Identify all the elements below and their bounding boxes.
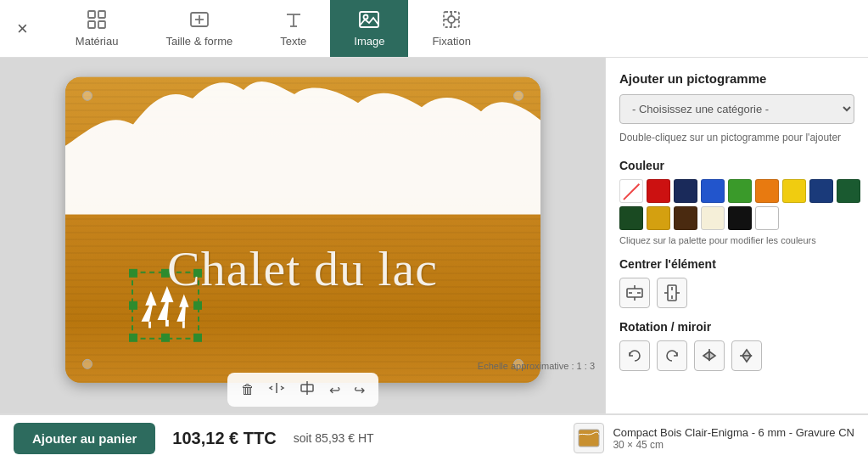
delete-button[interactable]: 🗑 [238,378,258,402]
color-swatch-green[interactable] [728,179,752,203]
rotate-right-button[interactable] [657,340,687,371]
color-swatch-cream[interactable] [701,206,725,230]
sign-shape: Chalet du lac [65,76,540,382]
svg-marker-41 [742,356,751,362]
tab-fixation[interactable]: Fixation [408,0,495,57]
color-swatch-darkgreen[interactable] [837,179,860,203]
nav-tabs: Matériau Taille & forme Texte Im [52,0,854,57]
svg-marker-40 [742,350,751,356]
sign-text: Chalet du lac [65,240,540,297]
svg-rect-2 [88,21,95,28]
tab-taille-label: Taille & forme [165,35,232,48]
handle-mr[interactable] [193,301,202,310]
color-swatch-navy[interactable] [674,179,697,203]
color-swatch-white[interactable] [755,206,779,230]
color-swatch-blue[interactable] [701,179,725,203]
color-swatch-orange[interactable] [755,179,779,203]
color-hint: Cliquez sur la palette pour modifier les… [619,235,854,245]
handle-bl[interactable] [129,334,137,342]
resize-icon [188,8,211,31]
tab-fixation-label: Fixation [432,35,471,48]
undo-button[interactable]: ↩ [326,378,344,402]
screw-bl [82,358,92,368]
pictogram-hint: Double-cliquez sur un pictogramme pour l… [619,131,854,145]
center-buttons [619,278,854,308]
close-button[interactable]: × [14,14,31,43]
svg-rect-0 [88,11,95,18]
fixation-icon [440,8,463,31]
element-toolbar: 🗑 ↩ ↪ [227,373,378,407]
handle-ml[interactable] [129,301,137,310]
product-info: Compact Bois Clair-Enigma - 6 mm - Gravu… [574,423,854,453]
tab-image[interactable]: Image [330,0,408,57]
color-grid [619,179,854,230]
main-area: Chalet du lac Echelle approximative : 1 … [0,58,868,413]
svg-point-11 [364,14,368,19]
svg-marker-38 [709,351,715,360]
canvas-area: Chalet du lac Echelle approximative : 1 … [0,58,605,413]
sign-wood: Chalet du lac [65,76,540,382]
center-title: Centrer l'élément [619,257,854,271]
center-v-button[interactable] [657,278,687,308]
grid-icon [85,8,109,31]
right-panel: Ajouter un pictogramme - Choisissez une … [605,58,868,413]
color-swatch-yellow[interactable] [782,179,806,203]
image-icon [357,8,381,31]
tab-image-label: Image [354,35,384,48]
flip-h-button[interactable] [265,378,288,402]
color-swatch-darkblue[interactable] [809,179,833,203]
product-icon [574,423,604,453]
svg-point-13 [448,16,455,23]
redo-button[interactable]: ↪ [350,378,368,402]
handle-bm[interactable] [161,334,170,342]
tab-texte[interactable]: Texte [256,0,330,57]
tab-materiau-label: Matériau [76,35,119,48]
tab-taille[interactable]: Taille & forme [142,0,256,57]
tab-materiau[interactable]: Matériau [52,0,143,57]
svg-rect-23 [182,322,185,329]
mirror-v-button[interactable] [731,340,762,371]
color-swatch-darkgreen2[interactable] [619,206,643,230]
svg-rect-1 [98,11,105,18]
svg-marker-37 [703,351,709,360]
svg-marker-22 [176,295,188,322]
tab-texte-label: Texte [280,35,306,48]
center-h-button[interactable] [619,278,650,308]
product-name: Compact Bois Clair-Enigma - 6 mm - Gravu… [613,426,854,439]
add-to-cart-button[interactable]: Ajouter au panier [14,423,155,454]
price-ttc: 103,12 € TTC [172,429,276,448]
svg-rect-10 [360,12,378,27]
svg-rect-21 [165,320,169,327]
mirror-h-button[interactable] [694,340,725,371]
category-select[interactable]: - Choisissez une catégorie - [619,94,854,124]
screw-tl [82,90,92,100]
product-size: 30 × 45 cm [613,439,854,451]
rotation-buttons [619,340,854,371]
color-swatch-black[interactable] [728,206,752,230]
rotation-title: Rotation / miroir [619,320,854,334]
product-details: Compact Bois Clair-Enigma - 6 mm - Gravu… [613,426,854,451]
sign-container: Chalet du lac [65,76,540,382]
svg-rect-19 [148,322,151,329]
scale-text: Echelle approximative : 1 : 3 [478,361,595,371]
svg-rect-3 [98,21,105,28]
center-button[interactable] [295,378,319,402]
color-title: Couleur [619,159,854,172]
handle-br[interactable] [193,334,202,342]
top-nav: × Matériau Taille & forme Texte [0,0,868,58]
color-swatch-gold[interactable] [647,206,670,230]
mountain-overlay [65,76,540,214]
color-swatch-red[interactable] [647,179,670,203]
product-thumbnail [577,426,601,450]
pictogram-title: Ajouter un pictogramme [619,71,854,86]
text-icon [282,8,305,31]
screw-tr [513,90,524,100]
rotate-left-button[interactable] [619,340,650,371]
price-ht: soit 85,93 € HT [294,431,374,445]
color-swatch-none[interactable] [619,179,643,203]
color-swatch-brown[interactable] [674,206,697,230]
footer: Ajouter au panier 103,12 € TTC soit 85,9… [0,413,868,461]
